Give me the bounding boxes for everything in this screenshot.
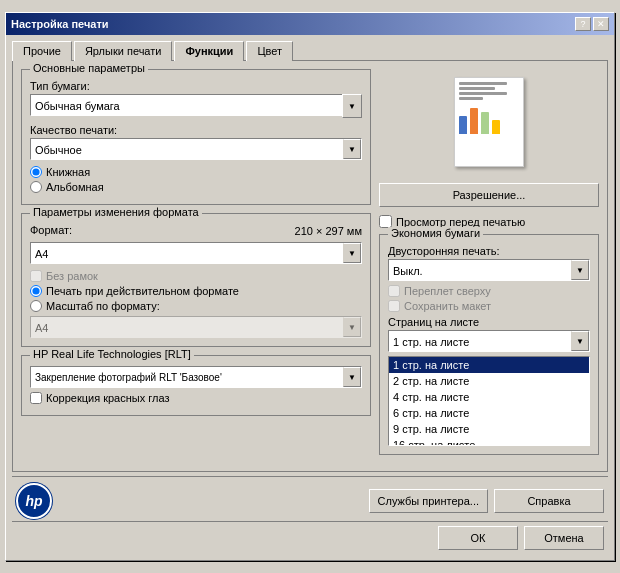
pages-list-item-1[interactable]: 2 стр. на листе [389,373,589,389]
window-content: Прочие Ярлыки печати Функции Цвет Основн… [6,35,614,560]
landscape-label: Альбомная [46,181,104,193]
bind-top-item[interactable]: Переплет сверху [388,285,590,297]
save-layout-checkbox[interactable] [388,300,400,312]
tab-color[interactable]: Цвет [246,41,293,61]
preview-lines [459,82,519,100]
portrait-radio[interactable] [30,166,42,178]
chart-bar-2 [470,108,478,134]
format-params-title: Параметры изменения формата [30,206,202,218]
economy-group: Экономия бумаги Двусторонняя печать: Вык… [379,234,599,455]
format-select[interactable]: А4 ▼ [30,242,362,264]
scale-select[interactable]: А4 ▼ [30,316,362,338]
save-layout-item[interactable]: Сохранить макет [388,300,590,312]
save-layout-label: Сохранить макет [404,300,491,312]
paper-type-select[interactable]: Обычная бумага ▼ [30,94,362,116]
paper-type-value: Обычная бумага [31,95,343,115]
page-preview [454,77,524,167]
orientation-group: Книжная Альбомная [30,166,362,193]
bind-top-checkbox[interactable] [388,285,400,297]
preview-line-3 [459,92,507,95]
preview-line-2 [459,87,495,90]
preview-line-4 [459,97,483,100]
services-button[interactable]: Службы принтера... [369,489,488,513]
resolution-button[interactable]: Разрешение... [379,183,599,207]
radio-scale[interactable]: Масштаб по формату: [30,300,362,312]
title-bar: Настройка печати ? ✕ [6,13,614,35]
rlt-title: HP Real Life Technologies [RLT] [30,348,194,360]
close-button[interactable]: ✕ [593,17,609,31]
paper-type-label: Тип бумаги: [30,80,362,92]
red-eye-label: Коррекция красных глаз [46,392,169,404]
main-area: Основные параметры Тип бумаги: Обычная б… [21,69,599,463]
landscape-radio[interactable] [30,181,42,193]
basic-params-group: Основные параметры Тип бумаги: Обычная б… [21,69,371,205]
print-quality-select[interactable]: Обычное ▼ [30,138,362,160]
pages-select-arrow[interactable]: ▼ [571,331,589,351]
tab-bar: Прочие Ярлыки печати Функции Цвет [12,41,608,61]
pages-selected-value: 1 стр. на листе [389,331,571,351]
main-window: Настройка печати ? ✕ Прочие Ярлыки печат… [5,12,615,561]
tab-functions[interactable]: Функции [174,41,244,61]
chart-bar-3 [481,112,489,134]
tab-other[interactable]: Прочие [12,41,72,61]
pages-list-item-3[interactable]: 6 стр. на листе [389,405,589,421]
chart-bar-1 [459,116,467,134]
pages-list[interactable]: 1 стр. на листе 2 стр. на листе 4 стр. н… [388,356,590,446]
radio-portrait[interactable]: Книжная [30,166,362,178]
format-size: 210 × 297 мм [295,225,362,237]
chart-bar-4 [492,120,500,134]
scale-arrow: ▼ [343,317,361,337]
no-borders-label: Без рамок [46,270,98,282]
ok-button[interactable]: ОК [438,526,518,550]
radio-actual[interactable]: Печать при действительном формате [30,285,362,297]
tab-content: Основные параметры Тип бумаги: Обычная б… [12,60,608,472]
rlt-arrow[interactable]: ▼ [343,367,361,387]
portrait-label: Книжная [46,166,90,178]
window-title: Настройка печати [11,18,109,30]
actual-radio[interactable] [30,285,42,297]
help-button[interactable]: ? [575,17,591,31]
preview-line-1 [459,82,507,85]
scale-value: А4 [31,317,343,337]
hp-logo: hp [16,483,52,519]
pages-select-display[interactable]: 1 стр. на листе ▼ [388,330,590,352]
format-params-group: Параметры изменения формата Формат: 210 … [21,213,371,347]
help-button[interactable]: Справка [494,489,604,513]
no-borders-item[interactable]: Без рамок [30,270,362,282]
duplex-select[interactable]: Выкл. ▼ [388,259,590,281]
radio-landscape[interactable]: Альбомная [30,181,362,193]
tab-shortcuts[interactable]: Ярлыки печати [74,41,173,61]
economy-title: Экономия бумаги [388,227,483,239]
right-panel: Разрешение... Просмотр перед печатью Эко… [379,69,599,463]
red-eye-item[interactable]: Коррекция красных глаз [30,392,362,404]
scale-radio[interactable] [30,300,42,312]
no-borders-checkbox[interactable] [30,270,42,282]
cancel-button[interactable]: Отмена [524,526,604,550]
pages-list-item-0[interactable]: 1 стр. на листе [389,357,589,373]
print-quality-value: Обычное [31,139,343,159]
title-bar-buttons: ? ✕ [575,17,609,31]
format-value: А4 [31,243,343,263]
basic-params-title: Основные параметры [30,62,148,74]
format-arrow[interactable]: ▼ [343,243,361,263]
print-quality-label: Качество печати: [30,124,362,136]
pages-list-item-2[interactable]: 4 стр. на листе [389,389,589,405]
rlt-select[interactable]: Закрепление фотографий RLT 'Базовое' ▼ [30,366,362,388]
red-eye-checkbox[interactable] [30,392,42,404]
duplex-value: Выкл. [389,260,571,280]
preview-before-print-label: Просмотр перед печатью [396,216,525,228]
pages-list-item-4[interactable]: 9 стр. на листе [389,421,589,437]
print-quality-arrow[interactable]: ▼ [343,139,361,159]
format-header: Формат: 210 × 297 мм [30,224,362,238]
pages-list-item-5[interactable]: 16 стр. на листе [389,437,589,446]
format-label: Формат: [30,224,72,236]
preview-chart [459,104,519,134]
duplex-arrow[interactable]: ▼ [571,260,589,280]
preview-area [379,69,599,175]
pages-per-sheet-label: Страниц на листе [388,316,590,328]
duplex-label: Двусторонняя печать: [388,245,590,257]
rlt-group: HP Real Life Technologies [RLT] Закрепле… [21,355,371,416]
rlt-value: Закрепление фотографий RLT 'Базовое' [31,367,343,387]
paper-type-arrow[interactable]: ▼ [343,95,361,115]
scale-label: Масштаб по формату: [46,300,160,312]
